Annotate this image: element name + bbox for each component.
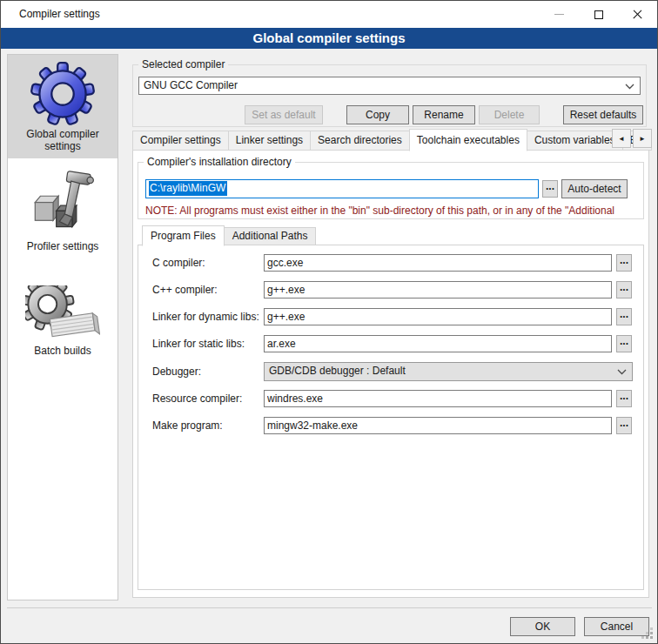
tab-search-directories[interactable]: Search directories: [310, 131, 410, 151]
debugger-label: Debugger:: [152, 366, 201, 378]
tab-scroll-left-button[interactable]: ◄: [612, 129, 631, 148]
installation-directory-input[interactable]: C:\raylib\MinGW: [145, 179, 539, 198]
tab-scroll-right-button[interactable]: ►: [633, 129, 652, 148]
debugger-select[interactable]: GDB/CDB debugger : Default: [264, 362, 633, 381]
window-controls: [540, 1, 657, 28]
cpp-compiler-input[interactable]: [264, 281, 612, 299]
tab-compiler-settings[interactable]: Compiler settings: [132, 131, 229, 151]
cpp-compiler-browse-button[interactable]: ...: [616, 281, 632, 299]
ok-button[interactable]: OK: [510, 617, 575, 636]
rename-button[interactable]: Rename: [413, 105, 475, 124]
window-title: Compiler settings: [19, 1, 100, 28]
compiler-select[interactable]: GNU GCC Compiler: [138, 77, 641, 95]
sidebar-item-global-compiler-settings[interactable]: Global compiler settings: [8, 55, 118, 158]
chevron-down-icon: [625, 84, 634, 90]
sidebar-item-label: Batch builds: [34, 345, 91, 357]
compiler-settings-dialog: Compiler settings Global compiler settin…: [0, 0, 658, 644]
installation-directory-group-label: Compiler's installation directory: [144, 156, 295, 168]
program-files-panel: C compiler: ... C++ compiler: ... Linker…: [138, 245, 644, 590]
make-program-label: Make program:: [152, 419, 223, 432]
make-program-input[interactable]: [264, 417, 612, 434]
tab-additional-paths[interactable]: Additional Paths: [224, 227, 317, 245]
minimize-button[interactable]: [540, 1, 579, 28]
tab-linker-settings[interactable]: Linker settings: [228, 131, 311, 151]
close-icon: [632, 9, 643, 20]
linker-dynamic-browse-button[interactable]: ...: [616, 308, 632, 325]
c-compiler-browse-button[interactable]: ...: [616, 254, 632, 272]
selected-compiler-group-label: Selected compiler: [138, 58, 228, 70]
debugger-select-value: GDB/CDB debugger : Default: [269, 365, 406, 377]
gear-blue-icon: [30, 62, 95, 126]
close-button[interactable]: [618, 1, 657, 28]
auto-detect-button[interactable]: Auto-detect: [561, 179, 628, 198]
linker-dynamic-label: Linker for dynamic libs:: [152, 311, 259, 323]
sidebar-item-batch-builds[interactable]: Batch builds: [8, 279, 118, 363]
set-as-default-button[interactable]: Set as default: [245, 105, 323, 124]
sidebar-item-profiler-settings[interactable]: Profiler settings: [8, 164, 118, 258]
cancel-button[interactable]: Cancel: [584, 617, 649, 636]
scroll-left-icon: ◄: [618, 135, 625, 143]
copy-button[interactable]: Copy: [346, 105, 409, 124]
bin-subdirectory-note: NOTE: All programs must exist either in …: [145, 205, 634, 217]
maximize-icon: [594, 10, 603, 19]
tab-custom-variables[interactable]: Custom variables: [527, 131, 623, 151]
linker-dynamic-input[interactable]: [264, 308, 612, 325]
installation-directory-selected-text: C:\raylib\MinGW: [149, 181, 227, 196]
settings-tab-bar: Compiler settings Linker settings Search…: [132, 128, 651, 151]
resource-compiler-label: Resource compiler:: [152, 392, 242, 405]
linker-static-browse-button[interactable]: ...: [616, 335, 632, 352]
toolchain-subtab-bar: Program Files Additional Paths: [142, 225, 315, 245]
page-title: Global compiler settings: [1, 28, 657, 48]
selected-compiler-group: Selected compiler GNU GCC Compiler Set a…: [132, 64, 647, 127]
cpp-compiler-label: C++ compiler:: [152, 284, 218, 296]
minimize-icon: [554, 14, 564, 15]
compiler-select-value: GNU GCC Compiler: [144, 79, 238, 91]
sidebar-item-label: Global compiler settings: [10, 128, 116, 152]
title-bar[interactable]: Compiler settings: [1, 1, 657, 28]
linker-static-input[interactable]: [264, 335, 612, 352]
delete-button[interactable]: Delete: [479, 105, 540, 124]
scroll-right-icon: ►: [639, 135, 646, 143]
installation-directory-browse-button[interactable]: ...: [542, 180, 558, 198]
c-compiler-input[interactable]: [264, 254, 612, 272]
caliper-icon: [29, 171, 97, 238]
linker-static-label: Linker for static libs:: [152, 338, 245, 350]
chevron-down-icon: [617, 369, 627, 375]
c-compiler-label: C compiler:: [152, 257, 205, 269]
dialog-header: Global compiler settings: [1, 28, 657, 49]
maximize-button[interactable]: [579, 1, 618, 28]
tab-scroll-buttons: ◄ ►: [610, 129, 652, 148]
footer-separator: [7, 607, 652, 608]
resource-compiler-browse-button[interactable]: ...: [616, 390, 632, 407]
gear-stack-icon: [25, 285, 100, 343]
settings-sidebar: Global compiler settings P: [7, 54, 118, 600]
sidebar-item-label: Profiler settings: [27, 240, 99, 252]
make-program-browse-button[interactable]: ...: [616, 417, 632, 434]
resource-compiler-input[interactable]: [264, 390, 612, 407]
tab-program-files[interactable]: Program Files: [142, 225, 225, 246]
reset-defaults-button[interactable]: Reset defaults: [563, 105, 643, 124]
toolchain-executables-page: Compiler's installation directory C:\ray…: [132, 150, 649, 598]
resize-grip[interactable]: [650, 636, 653, 639]
tab-toolchain-executables[interactable]: Toolchain executables: [409, 129, 527, 151]
